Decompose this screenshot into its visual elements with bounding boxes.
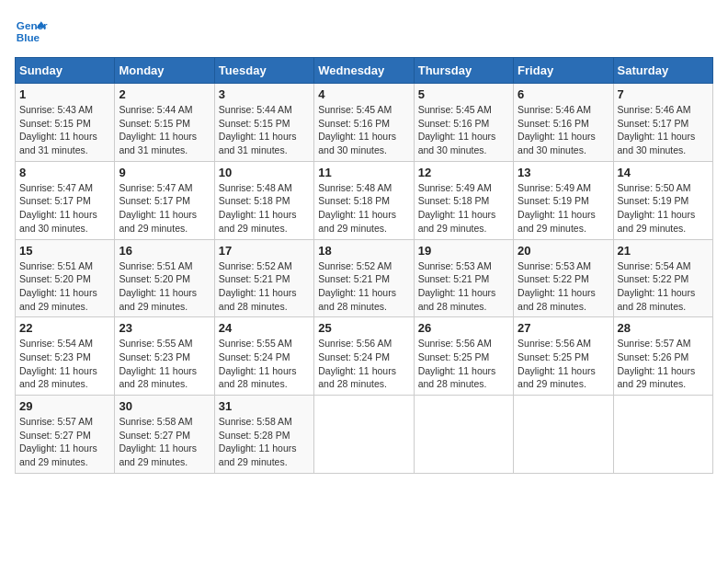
day-info: Sunrise: 5:48 AMSunset: 5:18 PMDaylight:…	[219, 181, 310, 236]
calendar-day: 7 Sunrise: 5:46 AMSunset: 5:17 PMDayligh…	[613, 84, 712, 162]
day-info: Sunrise: 5:46 AMSunset: 5:16 PMDaylight:…	[518, 103, 609, 157]
day-info: Sunrise: 5:49 AMSunset: 5:19 PMDaylight:…	[518, 181, 609, 236]
day-number: 10	[219, 166, 310, 179]
calendar-day: 29 Sunrise: 5:57 AMSunset: 5:27 PMDaylig…	[16, 396, 115, 474]
calendar-day: 6 Sunrise: 5:46 AMSunset: 5:16 PMDayligh…	[514, 84, 613, 162]
day-number: 17	[219, 244, 310, 258]
day-info: Sunrise: 5:43 AMSunset: 5:15 PMDaylight:…	[19, 103, 110, 157]
day-info: Sunrise: 5:53 AMSunset: 5:22 PMDaylight:…	[518, 259, 609, 314]
day-info: Sunrise: 5:54 AMSunset: 5:22 PMDaylight:…	[618, 259, 709, 314]
calendar-day: 21 Sunrise: 5:54 AMSunset: 5:22 PMDaylig…	[613, 239, 712, 317]
empty-day	[414, 396, 513, 474]
day-number: 9	[119, 166, 210, 179]
calendar-week-row: 29 Sunrise: 5:57 AMSunset: 5:27 PMDaylig…	[16, 396, 713, 474]
calendar-day: 8 Sunrise: 5:47 AMSunset: 5:17 PMDayligh…	[16, 161, 115, 239]
header-row: SundayMondayTuesdayWednesdayThursdayFrid…	[16, 58, 713, 84]
calendar-day: 10 Sunrise: 5:48 AMSunset: 5:18 PMDaylig…	[214, 161, 313, 239]
day-info: Sunrise: 5:44 AMSunset: 5:15 PMDaylight:…	[219, 103, 310, 157]
empty-day	[314, 396, 414, 474]
calendar-day: 23 Sunrise: 5:55 AMSunset: 5:23 PMDaylig…	[115, 317, 214, 396]
day-number: 4	[318, 87, 409, 101]
calendar-day: 25 Sunrise: 5:56 AMSunset: 5:24 PMDaylig…	[314, 317, 414, 396]
calendar-week-row: 1 Sunrise: 5:43 AMSunset: 5:15 PMDayligh…	[16, 84, 713, 162]
calendar-day: 20 Sunrise: 5:53 AMSunset: 5:22 PMDaylig…	[514, 239, 613, 317]
day-number: 7	[618, 87, 709, 101]
day-info: Sunrise: 5:58 AMSunset: 5:27 PMDaylight:…	[119, 415, 210, 469]
day-info: Sunrise: 5:45 AMSunset: 5:16 PMDaylight:…	[418, 103, 509, 157]
day-info: Sunrise: 5:57 AMSunset: 5:27 PMDaylight:…	[19, 415, 110, 469]
day-number: 25	[318, 321, 409, 335]
day-info: Sunrise: 5:47 AMSunset: 5:17 PMDaylight:…	[19, 181, 110, 236]
weekday-header: Friday	[514, 58, 613, 84]
weekday-header: Monday	[115, 58, 214, 84]
day-number: 22	[19, 321, 110, 335]
calendar-day: 15 Sunrise: 5:51 AMSunset: 5:20 PMDaylig…	[16, 239, 115, 317]
day-number: 19	[418, 244, 509, 258]
calendar-table: SundayMondayTuesdayWednesdayThursdayFrid…	[15, 57, 713, 474]
day-info: Sunrise: 5:57 AMSunset: 5:26 PMDaylight:…	[618, 337, 709, 391]
day-number: 1	[19, 87, 110, 101]
calendar-day: 1 Sunrise: 5:43 AMSunset: 5:15 PMDayligh…	[16, 84, 115, 162]
day-number: 29	[19, 399, 110, 413]
day-number: 13	[518, 166, 609, 179]
day-info: Sunrise: 5:58 AMSunset: 5:28 PMDaylight:…	[219, 415, 310, 469]
day-info: Sunrise: 5:54 AMSunset: 5:23 PMDaylight:…	[19, 337, 110, 391]
day-number: 23	[119, 321, 210, 335]
day-number: 27	[518, 321, 609, 335]
calendar-day: 14 Sunrise: 5:50 AMSunset: 5:19 PMDaylig…	[613, 161, 712, 239]
empty-day	[514, 396, 613, 474]
calendar-day: 24 Sunrise: 5:55 AMSunset: 5:24 PMDaylig…	[214, 317, 313, 396]
calendar-day: 16 Sunrise: 5:51 AMSunset: 5:20 PMDaylig…	[115, 239, 214, 317]
weekday-header: Saturday	[613, 58, 712, 84]
day-number: 16	[119, 244, 210, 258]
day-number: 11	[318, 166, 409, 179]
day-info: Sunrise: 5:53 AMSunset: 5:21 PMDaylight:…	[418, 259, 509, 314]
weekday-header: Thursday	[414, 58, 513, 84]
weekday-header: Tuesday	[214, 58, 313, 84]
day-info: Sunrise: 5:51 AMSunset: 5:20 PMDaylight:…	[119, 259, 210, 314]
weekday-header: Sunday	[16, 58, 115, 84]
empty-day	[613, 396, 712, 474]
day-number: 20	[518, 244, 609, 258]
day-info: Sunrise: 5:50 AMSunset: 5:19 PMDaylight:…	[618, 181, 709, 236]
day-info: Sunrise: 5:56 AMSunset: 5:24 PMDaylight:…	[318, 337, 409, 391]
day-info: Sunrise: 5:47 AMSunset: 5:17 PMDaylight:…	[119, 181, 210, 236]
day-number: 24	[219, 321, 310, 335]
day-info: Sunrise: 5:55 AMSunset: 5:23 PMDaylight:…	[119, 337, 210, 391]
svg-text:Blue: Blue	[17, 31, 40, 43]
calendar-day: 19 Sunrise: 5:53 AMSunset: 5:21 PMDaylig…	[414, 239, 513, 317]
day-number: 3	[219, 87, 310, 101]
day-info: Sunrise: 5:52 AMSunset: 5:21 PMDaylight:…	[318, 259, 409, 314]
day-info: Sunrise: 5:52 AMSunset: 5:21 PMDaylight:…	[219, 259, 310, 314]
day-number: 14	[618, 166, 709, 179]
logo-icon: General Blue	[15, 15, 48, 48]
day-number: 28	[618, 321, 709, 335]
calendar-day: 12 Sunrise: 5:49 AMSunset: 5:18 PMDaylig…	[414, 161, 513, 239]
calendar-day: 2 Sunrise: 5:44 AMSunset: 5:15 PMDayligh…	[115, 84, 214, 162]
calendar-day: 22 Sunrise: 5:54 AMSunset: 5:23 PMDaylig…	[16, 317, 115, 396]
day-number: 5	[418, 87, 509, 101]
calendar-day: 31 Sunrise: 5:58 AMSunset: 5:28 PMDaylig…	[214, 396, 313, 474]
day-info: Sunrise: 5:56 AMSunset: 5:25 PMDaylight:…	[418, 337, 509, 391]
day-info: Sunrise: 5:55 AMSunset: 5:24 PMDaylight:…	[219, 337, 310, 391]
calendar-day: 17 Sunrise: 5:52 AMSunset: 5:21 PMDaylig…	[214, 239, 313, 317]
calendar-day: 30 Sunrise: 5:58 AMSunset: 5:27 PMDaylig…	[115, 396, 214, 474]
day-number: 30	[119, 399, 210, 413]
calendar-day: 5 Sunrise: 5:45 AMSunset: 5:16 PMDayligh…	[414, 84, 513, 162]
calendar-day: 3 Sunrise: 5:44 AMSunset: 5:15 PMDayligh…	[214, 84, 313, 162]
calendar-day: 4 Sunrise: 5:45 AMSunset: 5:16 PMDayligh…	[314, 84, 414, 162]
calendar-day: 13 Sunrise: 5:49 AMSunset: 5:19 PMDaylig…	[514, 161, 613, 239]
day-info: Sunrise: 5:48 AMSunset: 5:18 PMDaylight:…	[318, 181, 409, 236]
day-number: 15	[19, 244, 110, 258]
weekday-header: Wednesday	[314, 58, 414, 84]
calendar-day: 9 Sunrise: 5:47 AMSunset: 5:17 PMDayligh…	[115, 161, 214, 239]
calendar-day: 11 Sunrise: 5:48 AMSunset: 5:18 PMDaylig…	[314, 161, 414, 239]
calendar-week-row: 15 Sunrise: 5:51 AMSunset: 5:20 PMDaylig…	[16, 239, 713, 317]
calendar-week-row: 22 Sunrise: 5:54 AMSunset: 5:23 PMDaylig…	[16, 317, 713, 396]
day-number: 8	[19, 166, 110, 179]
day-info: Sunrise: 5:46 AMSunset: 5:17 PMDaylight:…	[618, 103, 709, 157]
day-number: 6	[518, 87, 609, 101]
day-info: Sunrise: 5:44 AMSunset: 5:15 PMDaylight:…	[119, 103, 210, 157]
day-number: 26	[418, 321, 509, 335]
header: General Blue	[15, 15, 713, 48]
